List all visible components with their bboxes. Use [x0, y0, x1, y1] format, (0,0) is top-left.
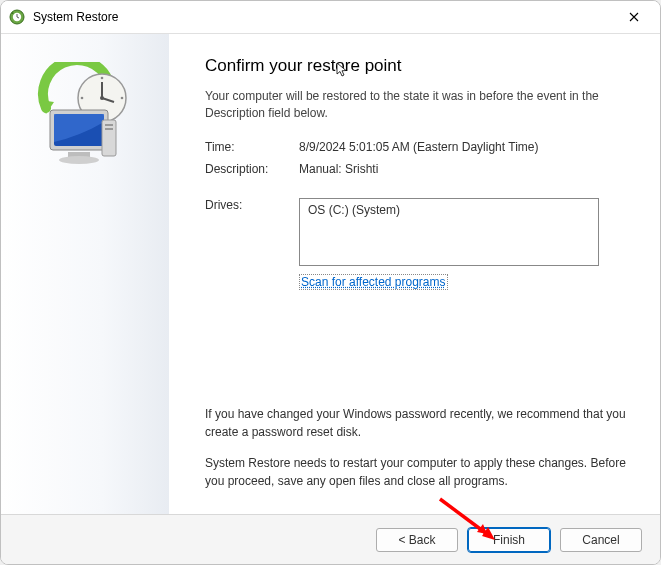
back-button[interactable]: < Back	[376, 528, 458, 552]
restore-graphic-icon	[30, 62, 140, 172]
scan-affected-programs-link[interactable]: Scan for affected programs	[299, 274, 448, 290]
cancel-button[interactable]: Cancel	[560, 528, 642, 552]
description-label: Description:	[205, 162, 299, 176]
bottom-notes: If you have changed your Windows passwor…	[205, 406, 632, 504]
titlebar: System Restore	[1, 1, 660, 33]
scan-link-row: Scan for affected programs	[205, 274, 632, 290]
system-restore-window: System Restore	[0, 0, 661, 565]
window-title: System Restore	[33, 10, 612, 24]
drives-row: Drives: OS (C:) (System)	[205, 198, 632, 266]
content-area: Confirm your restore point Your computer…	[1, 33, 660, 514]
main-content: Confirm your restore point Your computer…	[169, 34, 660, 514]
time-value: 8/9/2024 5:01:05 AM (Eastern Daylight Ti…	[299, 140, 632, 154]
time-label: Time:	[205, 140, 299, 154]
sidebar	[1, 34, 169, 514]
svg-point-13	[59, 156, 99, 164]
drives-label: Drives:	[205, 198, 299, 266]
svg-point-9	[121, 97, 124, 100]
description-value: Manual: Srishti	[299, 162, 632, 176]
svg-point-6	[101, 77, 104, 80]
close-button[interactable]	[612, 2, 656, 32]
password-note: If you have changed your Windows passwor…	[205, 406, 632, 441]
heading-text: Confirm your restore point	[205, 56, 402, 75]
restore-info: Time: 8/9/2024 5:01:05 AM (Eastern Dayli…	[205, 140, 632, 176]
finish-button[interactable]: Finish	[468, 528, 550, 552]
intro-text: Your computer will be restored to the st…	[205, 88, 632, 122]
restart-note: System Restore needs to restart your com…	[205, 455, 632, 490]
footer: < Back Finish Cancel	[1, 514, 660, 564]
cursor-icon	[335, 62, 351, 78]
drive-item: OS (C:) (System)	[308, 203, 590, 217]
drives-listbox[interactable]: OS (C:) (System)	[299, 198, 599, 266]
svg-rect-15	[105, 124, 113, 126]
page-heading: Confirm your restore point	[205, 56, 632, 76]
svg-point-8	[81, 97, 84, 100]
svg-rect-16	[105, 128, 113, 130]
system-restore-icon	[9, 9, 25, 25]
